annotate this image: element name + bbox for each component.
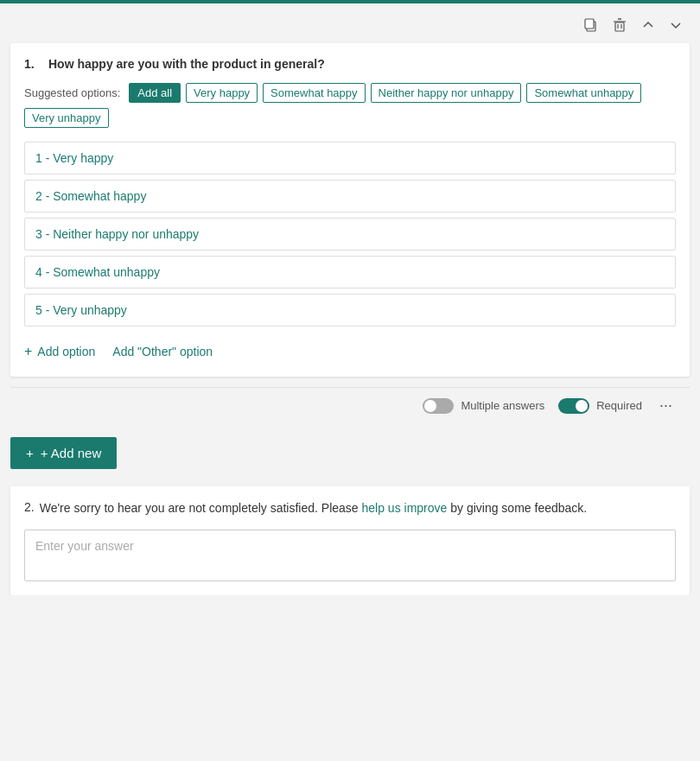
- add-new-label: + Add new: [41, 446, 101, 460]
- required-toggle-wrapper: Required: [558, 398, 642, 414]
- toggle-knob-multiple: [424, 400, 436, 412]
- toolbar: [0, 3, 700, 43]
- question2-card: 2. We're sorry to hear you are not compl…: [10, 486, 690, 595]
- tag-very-happy[interactable]: Very happy: [186, 83, 258, 103]
- question2-text: We're sorry to hear you are not complete…: [40, 500, 588, 517]
- more-options-button[interactable]: ···: [656, 396, 676, 415]
- option-4[interactable]: 4 - Somewhat unhappy: [24, 256, 676, 289]
- plus-icon-new: +: [26, 446, 34, 460]
- answer-placeholder: Enter your answer: [35, 539, 134, 553]
- delete-button[interactable]: [608, 14, 631, 36]
- highlight-text: help us improve: [362, 501, 448, 515]
- required-toggle[interactable]: [558, 398, 589, 414]
- option-5[interactable]: 5 - Very unhappy: [24, 294, 676, 327]
- add-options-row: + Add option Add "Other" option: [24, 340, 676, 363]
- multiple-answers-toggle-wrapper: Multiple answers: [423, 398, 544, 414]
- question1-text: How happy are you with the product in ge…: [48, 57, 325, 71]
- move-down-button[interactable]: [665, 15, 686, 35]
- svg-rect-2: [615, 22, 624, 31]
- suggested-label: Suggested options:: [24, 86, 120, 99]
- option-2[interactable]: 2 - Somewhat happy: [24, 180, 676, 212]
- multiple-answers-toggle[interactable]: [423, 398, 454, 414]
- option-1[interactable]: 1 - Very happy: [24, 142, 676, 174]
- add-other-label: Add "Other" option: [112, 345, 213, 358]
- copy-button[interactable]: [579, 14, 601, 36]
- tag-very-unhappy[interactable]: Very unhappy: [24, 108, 109, 128]
- multiple-answers-label: Multiple answers: [461, 399, 544, 412]
- question2-header: 2. We're sorry to hear you are not compl…: [24, 500, 676, 517]
- svg-rect-1: [585, 19, 594, 29]
- add-all-button[interactable]: Add all: [129, 83, 181, 103]
- move-up-button[interactable]: [638, 15, 659, 35]
- plus-icon: +: [24, 344, 32, 359]
- add-other-button[interactable]: Add "Other" option: [112, 345, 213, 358]
- option-list: 1 - Very happy 2 - Somewhat happy 3 - Ne…: [24, 142, 676, 327]
- question2-number: 2.: [24, 500, 35, 517]
- add-new-button[interactable]: + + Add new: [10, 437, 117, 469]
- question1-card: 1. How happy are you with the product in…: [10, 43, 690, 377]
- question1-header: 1. How happy are you with the product in…: [24, 57, 676, 71]
- toggle-knob-required: [576, 400, 588, 412]
- required-label: Required: [596, 399, 642, 412]
- tag-neither[interactable]: Neither happy nor unhappy: [371, 83, 522, 103]
- tag-somewhat-unhappy[interactable]: Somewhat unhappy: [526, 83, 641, 103]
- tag-somewhat-happy[interactable]: Somewhat happy: [263, 83, 365, 103]
- question1-number: 1.: [24, 57, 41, 71]
- option-3[interactable]: 3 - Neither happy nor unhappy: [24, 218, 676, 250]
- card-footer: Multiple answers Required ···: [10, 387, 690, 423]
- add-option-button[interactable]: + Add option: [24, 344, 95, 359]
- suggested-options-section: Suggested options: Add all Very happy So…: [24, 83, 676, 128]
- answer-input-box[interactable]: Enter your answer: [24, 530, 676, 581]
- add-option-label: Add option: [37, 345, 95, 358]
